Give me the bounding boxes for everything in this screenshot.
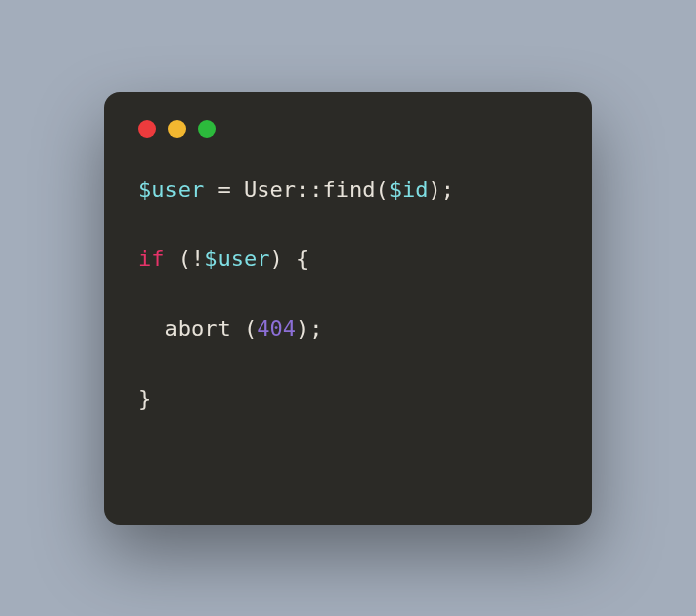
code-token-variable: $user (204, 246, 269, 271)
code-token-variable: $user (138, 177, 204, 202)
code-token-variable: $id (389, 177, 429, 202)
maximize-icon[interactable] (198, 120, 216, 138)
minimize-icon[interactable] (168, 120, 186, 138)
code-token-text: } (138, 386, 151, 411)
close-icon[interactable] (138, 120, 156, 138)
code-token-text: ); (296, 316, 323, 341)
code-token-keyword: if (138, 246, 165, 271)
code-window: $user = User::find($id); if (!$user) { a… (104, 92, 592, 525)
code-block: $user = User::find($id); if (!$user) { a… (138, 172, 558, 416)
code-token-text: (! (165, 246, 205, 271)
code-token-number: 404 (257, 316, 296, 341)
code-token-text: ) { (269, 246, 309, 271)
code-token-text: abort ( (138, 316, 257, 341)
code-token-text: = User::find( (204, 177, 388, 202)
code-token-text: ); (428, 177, 454, 202)
window-titlebar (138, 120, 558, 138)
